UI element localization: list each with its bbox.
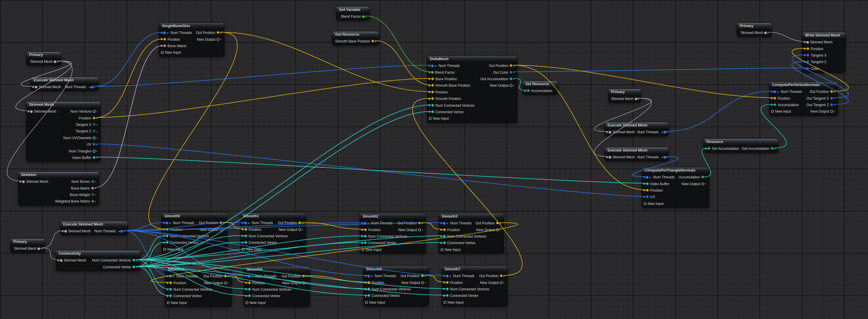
color-input-pin[interactable]: ▶✱Color <box>804 67 820 71</box>
new-output-output-pin[interactable]: New Output▸ <box>198 228 224 232</box>
position-input-pin[interactable]: ▶✱Position <box>161 37 181 41</box>
num-triangles-output-pin[interactable]: Num Triangles▸ <box>68 149 98 153</box>
node-smooth1[interactable]: Smooth1▶▶Num ThreadsOut Position✱▸▶✱Posi… <box>241 213 306 253</box>
uv-input-pin[interactable]: ▶✱UV <box>644 195 656 199</box>
num-threads-input-pin[interactable]: ▶▶Num Threads <box>245 274 278 278</box>
skinned-mesh-input-pin[interactable]: ▶Skinned Mesh <box>804 40 834 44</box>
out-position-output-pin[interactable]: Out Position✱▸ <box>195 31 222 35</box>
connected-vertex-input-pin[interactable]: ▶✱Connected Vertex <box>440 241 476 245</box>
skinned-mesh-output-pin[interactable]: Skinned Mesh▸ <box>739 31 769 35</box>
node-title[interactable]: Skinned Mesh <box>26 102 100 107</box>
out-position-output-pin[interactable]: Out Position✱▸ <box>478 274 505 278</box>
num-connected-vertices-input-pin[interactable]: ▶✱Num Connected Vertices <box>167 287 214 292</box>
wire[interactable] <box>306 276 367 282</box>
wire[interactable] <box>97 157 646 183</box>
smooth-base-position-output-pin[interactable]: Smooth Base Position✱▸ <box>334 39 376 43</box>
node-execute-skinned-mesh[interactable]: Execute Skinned Mesh▶Skinned MeshNum Thr… <box>605 122 668 136</box>
get-accumulation-output-pin[interactable]: Get Accumulation✱▸ <box>741 147 776 151</box>
node-smooth7[interactable]: Smooth7▶▶Num ThreadsOut Position✱▸▶✱Posi… <box>442 266 507 306</box>
skinned-mesh-output-pin[interactable]: Skinned Mesh▸ <box>610 97 639 101</box>
num-threads-input-pin[interactable]: ▶▶Num Threads <box>362 221 394 225</box>
node-singleboneskin[interactable]: SingleBoneSkin▶▶Num ThreadsOut Position✱… <box>159 23 224 57</box>
node-primary[interactable]: PrimarySkinned Mesh▸ <box>608 89 641 103</box>
new-input-input-pin[interactable]: New Input <box>161 51 182 55</box>
wire[interactable] <box>136 242 165 266</box>
node-primary[interactable]: PrimarySkinned Mesh▸ <box>737 23 772 37</box>
accumulation-input-pin[interactable]: ▶✱Accumulation <box>771 103 800 107</box>
new-input-input-pin[interactable]: New Input <box>644 202 665 206</box>
num-threads-input-pin[interactable]: ▶▶Num Threads <box>440 221 473 225</box>
skinned-mesh-input-pin[interactable]: ▶Skinned Mesh <box>28 109 58 114</box>
out-position-output-pin[interactable]: Out Position✱▸ <box>474 221 501 225</box>
wire[interactable] <box>136 235 165 260</box>
num-threads-output-pin[interactable]: Num Threads◀▸ <box>636 130 668 134</box>
new-input-input-pin[interactable]: New Input <box>163 247 184 252</box>
out-position-output-pin[interactable]: Out Position✱▸ <box>202 274 229 278</box>
skinned-mesh-output-pin[interactable]: Skinned Mesh▸ <box>29 60 58 64</box>
node-set-resource[interactable]: Set Resource▶✱Accumulation <box>523 81 558 95</box>
wire[interactable] <box>136 260 169 289</box>
node-title[interactable]: Execute Skinned Mesh <box>31 77 98 83</box>
node-title[interactable]: Smooth5 <box>244 266 310 273</box>
connected-vertex-input-pin[interactable]: ▶✱Connected Vertex <box>362 241 397 245</box>
num-connected-vertices-input-pin[interactable]: ▶✱Num Connected Vertices <box>443 287 491 291</box>
node-connectivity[interactable]: Connectivity▶Skinned MeshNum Connected V… <box>56 251 140 271</box>
wire[interactable] <box>97 144 646 196</box>
wire[interactable] <box>665 91 773 131</box>
node-title[interactable]: Set Resource <box>523 81 558 87</box>
accumulation-output-pin[interactable]: Accumulation✱▸ <box>678 175 706 179</box>
position-input-pin[interactable]: ▶✱Position <box>245 281 266 285</box>
node-resource[interactable]: Resource▶✱Set AccumulationGet Accumulati… <box>704 139 778 152</box>
num-connected-vertices-input-pin[interactable]: ▶✱Num Connected Vertices <box>429 103 476 107</box>
num-threads-input-pin[interactable]: ▶▶Num Threads <box>429 64 461 68</box>
num-connected-vertices-input-pin[interactable]: ▶✱Num Connected Vertices <box>362 234 409 238</box>
new-output-output-pin[interactable]: New Output▸ <box>400 281 426 285</box>
node-title[interactable]: DeltaMush <box>427 56 517 62</box>
bone-matrix-input-pin[interactable]: ▶✱Bone Matrix <box>161 44 188 48</box>
num-vertices-output-pin[interactable]: Num Vertices▸ <box>69 109 98 114</box>
num-threads-input-pin[interactable]: ▶▶Num Threads <box>167 274 199 278</box>
wire[interactable] <box>97 78 431 118</box>
node-title[interactable]: ComputePerTriangleNormals <box>642 167 709 173</box>
tangent-z-input-pin[interactable]: ▶✱Tangent Z <box>804 60 828 64</box>
new-output-output-pin[interactable]: New Output▸ <box>680 182 706 186</box>
node-smooth6[interactable]: Smooth6▶▶Num ThreadsOut Position✱▸▶✱Posi… <box>364 266 429 306</box>
out-color-output-pin[interactable]: Out Color✱▸ <box>492 70 515 74</box>
connected-vertex-input-pin[interactable]: ▶✱Connected Vertex <box>245 294 281 298</box>
node-title[interactable]: Primary <box>27 52 61 58</box>
num-threads-input-pin[interactable]: ▶▶Num Threads <box>644 175 676 179</box>
num-threads-input-pin[interactable]: ▶▶Num Threads <box>365 274 397 278</box>
num-uvchannels-output-pin[interactable]: Num UVChannels▸ <box>62 136 98 140</box>
out-position-output-pin[interactable]: Out Position✱▸ <box>280 274 307 278</box>
connected-vertex-input-pin[interactable]: ▶✱Connected Vertex <box>163 241 199 245</box>
blend-factor-output-pin[interactable]: Blend Factor▸ <box>340 14 367 19</box>
node-primary[interactable]: PrimarySkinned Mesh▸ <box>11 239 45 252</box>
wire[interactable] <box>375 41 431 85</box>
num-threads-output-pin[interactable]: Num Threads◀▸ <box>636 155 668 159</box>
position-input-pin[interactable]: ▶✱Position <box>365 281 385 285</box>
new-output-output-pin[interactable]: New Output▸ <box>277 228 303 232</box>
node-smooth2[interactable]: Smooth2▶▶Num ThreadsOut Position✱▸▶✱Posi… <box>360 214 426 254</box>
node-smooth0[interactable]: Smooth0▶▶Num ThreadsOut Position✱▸▶✱Posi… <box>162 213 227 253</box>
blend-factor-input-pin[interactable]: ▶Blend Factor <box>429 70 456 74</box>
out-position-output-pin[interactable]: Out Position✱▸ <box>276 221 303 225</box>
position-input-pin[interactable]: ▶✱Position <box>167 281 187 285</box>
connected-vertex-output-pin[interactable]: Connected Vertex✱▸ <box>102 265 137 269</box>
num-connected-vertices-input-pin[interactable]: ▶✱Num Connected Vertices <box>163 234 210 238</box>
set-accumulation-input-pin[interactable]: ▶✱Set Accumulation <box>705 147 741 151</box>
new-input-input-pin[interactable]: New Input <box>245 301 267 305</box>
connected-vertex-input-pin[interactable]: ▶✱Connected Vertex <box>242 241 278 245</box>
uv-output-pin[interactable]: UV✱▸ <box>85 142 98 147</box>
position-input-pin[interactable]: ▶✱Position <box>644 188 664 193</box>
node-skeleton[interactable]: Skeleton▶Skinned MeshNum Bones⚙▸Bone Mat… <box>18 172 99 205</box>
node-title[interactable]: Resource <box>704 139 778 145</box>
position-input-pin[interactable]: ▶✱Position <box>163 228 184 232</box>
node-smooth3[interactable]: Smooth3▶▶Num ThreadsOut Position✱▸▶✱Posi… <box>439 214 504 254</box>
node-title[interactable]: Smooth3 <box>439 214 504 219</box>
node-title[interactable]: Get Variable <box>336 7 369 13</box>
num-threads-input-pin[interactable]: ▶▶Num Threads <box>242 221 274 225</box>
node-smooth5[interactable]: Smooth5▶▶Num ThreadsOut Position✱▸▶✱Posi… <box>244 266 310 307</box>
out-position-output-pin[interactable]: Out Position✱▸ <box>488 64 515 68</box>
tangent-x-output-pin[interactable]: Tangent X⚙▸ <box>74 123 98 127</box>
node-computepervertexnormals[interactable]: ComputePerVertexNormals▶▶Num ThreadsOut … <box>770 82 838 116</box>
